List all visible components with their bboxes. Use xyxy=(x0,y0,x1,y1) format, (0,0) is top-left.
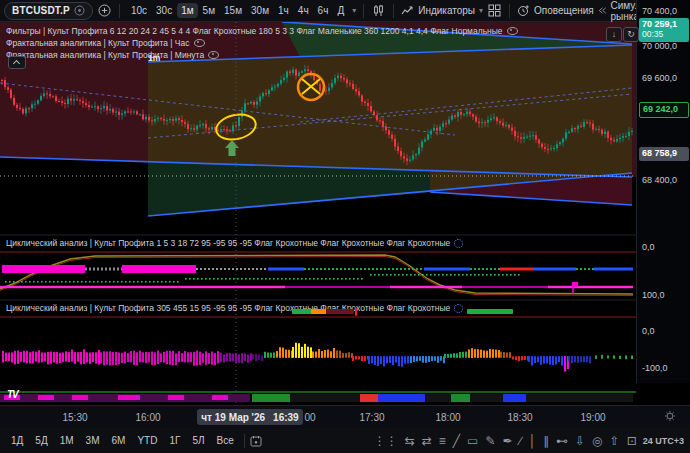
pane2-axis-label: 0,0 xyxy=(642,242,655,252)
time-label-18:00: 18:00 xyxy=(435,412,460,423)
legend-cyclic-1[interactable]: Циклический анализ | Культ Профита 1 5 3… xyxy=(6,238,463,248)
symbol-name: BTCUSDT.P xyxy=(12,5,70,16)
loading-spinner-icon xyxy=(454,304,463,313)
date-range-group: 1Д5Д1М3М6МYTD1Г5ЛВсе xyxy=(6,433,239,448)
target-icon[interactable]: ◎ xyxy=(592,435,602,447)
range-Все[interactable]: Все xyxy=(212,433,239,448)
pane3-axis-label: 100,0 xyxy=(642,290,665,300)
price-label: 70 400,0 xyxy=(642,6,677,16)
divider xyxy=(393,4,394,18)
bar-interval-marker: 1m xyxy=(148,53,160,63)
time-label-16:00: 16:00 xyxy=(135,412,160,423)
timeframe-30с[interactable]: 30с xyxy=(152,3,176,18)
layout-grid-icon[interactable] xyxy=(487,3,502,18)
timeframe-6ч[interactable]: 6ч xyxy=(314,3,333,18)
divider xyxy=(119,4,120,18)
timeframe-30м[interactable]: 30м xyxy=(247,3,273,18)
visibility-eye-icon[interactable] xyxy=(507,27,518,35)
drag-handle-icon[interactable]: ⋮⋮ xyxy=(374,435,398,447)
brush-icon[interactable]: ✎ xyxy=(485,435,495,447)
time-label-17:30: 17:30 xyxy=(359,412,384,423)
time-label-00: 00 xyxy=(304,412,315,423)
timeframe-15м[interactable]: 15м xyxy=(220,3,246,18)
rectangle-icon[interactable]: ▭ xyxy=(467,435,478,447)
alerts-button[interactable]: Оповещения xyxy=(517,4,594,17)
timeframe-1м[interactable]: 1м xyxy=(177,3,197,18)
indicators-icon xyxy=(401,5,414,16)
timeframe-1ч[interactable]: 1ч xyxy=(274,3,293,18)
range-1Г[interactable]: 1Г xyxy=(164,433,185,448)
legend-fractal-minute[interactable]: Фрактальная аналитика | Культ Профита | … xyxy=(6,50,219,60)
price-axis[interactable]: 70 400,070 000,069 600,068 400,070 259,1… xyxy=(636,0,690,383)
range-5Л[interactable]: 5Л xyxy=(187,433,209,448)
line-price-badge: 70 259,100:35 xyxy=(639,18,689,42)
time-axis[interactable]: чт 19 Мар '26 16:39 15:3016:000017:3018:… xyxy=(0,405,690,428)
bar-countdown: 00:35 xyxy=(642,29,686,39)
alert-clock-icon xyxy=(517,4,530,17)
scroll-to-recent-icon[interactable]: ↓ xyxy=(606,27,622,42)
parallel-channel-icon[interactable]: ∥ xyxy=(543,435,549,447)
compare-add-icon[interactable] xyxy=(97,3,112,18)
crosshair-time-badge: чт 19 Мар '26 16:39 xyxy=(197,409,303,425)
long-position-icon[interactable]: ⇆ xyxy=(405,435,415,447)
chart-area[interactable]: Фильтры | Культ Профита 6 12 20 24 2 45 … xyxy=(0,22,690,405)
arrow-down-icon[interactable]: ⇩ xyxy=(575,435,585,447)
legend-cyclic-2[interactable]: Циклический анализ | Культ Профита 305 4… xyxy=(6,303,463,313)
timezone-label[interactable]: 24 UTC+3 xyxy=(643,436,684,446)
short-position-icon[interactable]: ⇄ xyxy=(422,435,432,447)
signal-tick xyxy=(355,308,357,316)
range-5Д[interactable]: 5Д xyxy=(30,433,52,448)
indicators-templates-icon[interactable]: ▾ xyxy=(479,6,483,15)
trading-terminal: BTCUSDT.P 10с30с1м5м15м30м1ч4ч6чД ▾ Инди… xyxy=(0,0,690,453)
ray-icon[interactable]: ∕ xyxy=(520,435,522,447)
symbol-switcher[interactable]: BTCUSDT.P xyxy=(4,2,93,20)
axis-settings-gear-icon[interactable] xyxy=(664,410,676,422)
visibility-eye-icon[interactable] xyxy=(208,51,219,59)
timeframe-5м[interactable]: 5м xyxy=(199,3,219,18)
horizontal-lines-icon[interactable]: ≡ xyxy=(439,435,446,447)
time-label-18:30: 18:30 xyxy=(507,412,532,423)
range-1М[interactable]: 1М xyxy=(55,433,79,448)
chart-type-candles-icon[interactable] xyxy=(371,3,386,18)
timeframe-10с[interactable]: 10с xyxy=(127,3,151,18)
range-6М[interactable]: 6М xyxy=(107,433,131,448)
indicators-button[interactable]: Индикаторы ▾ xyxy=(401,5,483,16)
price-label: 70 000,0 xyxy=(642,41,677,51)
top-toolbar: BTCUSDT.P 10с30с1м5м15м30м1ч4ч6чД ▾ Инди… xyxy=(0,0,690,22)
price-label-icon[interactable]: ⊡ xyxy=(627,435,637,447)
range-3М[interactable]: 3М xyxy=(81,433,105,448)
divider xyxy=(363,4,364,18)
chart-canvas[interactable] xyxy=(0,22,636,405)
tradingview-logo[interactable]: TV xyxy=(7,389,18,400)
go-to-date-icon[interactable] xyxy=(250,435,262,447)
timeframe-4ч[interactable]: 4ч xyxy=(294,3,313,18)
bottom-toolbar: 1Д5Д1М3М6МYTD1Г5ЛВсе ⋮⋮⇆⇄≡╱▭✎✒∕│∥⊷⇩◎⇧⊡ 2… xyxy=(0,427,690,453)
loading-spinner-icon xyxy=(454,239,463,248)
pane3-axis-label: -100,0 xyxy=(642,363,668,373)
timeframe-more-icon[interactable]: ▾ xyxy=(352,6,356,15)
favorite-tools-group: ⋮⋮⇆⇄≡╱▭✎✒∕│∥⊷⇩◎⇧⊡ xyxy=(374,435,637,447)
signal-green-bar xyxy=(467,309,513,314)
reset-chart-icon[interactable]: ↻ xyxy=(623,27,639,42)
arrow-up-icon[interactable]: ⇧ xyxy=(610,435,620,447)
range-1Д[interactable]: 1Д xyxy=(6,433,28,448)
pane-collapse-button[interactable] xyxy=(8,56,26,69)
current-price-badge: 69 242,0 xyxy=(639,102,689,118)
legend-fractal-hour[interactable]: Фрактальная аналитика | Культ Профита | … xyxy=(6,38,205,48)
trend-line-icon[interactable]: ╱ xyxy=(453,435,460,447)
divider xyxy=(509,4,510,18)
horizontal-ray-icon[interactable]: ⊷ xyxy=(556,435,568,447)
visibility-eye-icon[interactable] xyxy=(194,39,205,47)
time-label-19:00: 19:00 xyxy=(580,412,605,423)
signal-gradient-bar xyxy=(292,309,354,314)
pin-icon[interactable]: ✒ xyxy=(502,435,512,447)
symbol-logo-icon xyxy=(74,5,85,16)
divider xyxy=(244,434,245,448)
vertical-line-icon[interactable]: │ xyxy=(529,435,537,447)
range-YTD[interactable]: YTD xyxy=(132,433,162,448)
price-label: 68 400,0 xyxy=(642,175,677,185)
timeframe-group: 10с30с1м5м15м30м1ч4ч6чД xyxy=(127,3,348,18)
pane3-axis-label: 0,0 xyxy=(642,326,655,336)
timeframe-Д[interactable]: Д xyxy=(333,3,348,18)
legend-filters[interactable]: Фильтры | Культ Профита 6 12 20 24 2 45 … xyxy=(6,26,518,36)
